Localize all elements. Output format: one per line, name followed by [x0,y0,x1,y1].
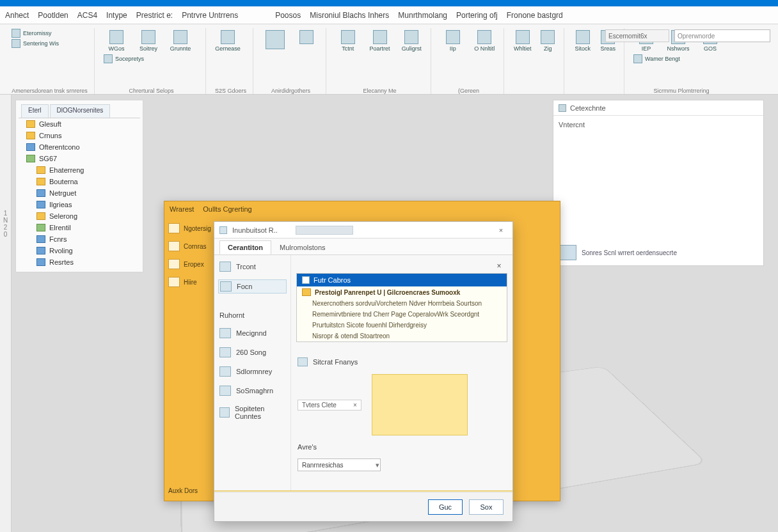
dialog-tab[interactable]: Cerantiton [219,240,271,254]
title-field[interactable] [296,226,353,235]
generic-icon [446,30,460,44]
tree-item[interactable]: Selerong [19,210,140,222]
generic-icon [219,347,231,357]
tree-item[interactable]: Netrguet [19,187,140,199]
ribbon-button[interactable]: Eteromissy [10,28,53,38]
dialog-content: × Futr Cabros Prestoigl Panrenpet U | Gi… [291,255,512,490]
ribbon-button[interactable]: Zig [537,28,559,54]
tree-item[interactable]: Elrentil [19,222,140,233]
tree-tab[interactable]: Eterl [21,104,49,118]
chip[interactable]: Tvters Clete× [298,400,361,411]
building-icon [266,30,285,49]
menu-item[interactable]: Poosos [275,11,301,20]
window-tab[interactable]: Oullts Cgrerting [203,205,251,213]
nav-item[interactable]: 260 Song [218,346,287,359]
tree-item[interactable]: Resrtes [19,256,140,268]
text-input[interactable] [298,458,381,471]
nav-item[interactable]: SoSmaghrn [218,384,287,397]
menu-item[interactable]: ACS4 [77,11,97,20]
nav-item[interactable]: Trcont [218,260,287,273]
ribbon-group-label: Sicrmmu Plomtrrering [627,88,736,94]
sidebar-item[interactable]: Eropex [168,259,216,269]
list-item[interactable]: Nisropr & otendl Stoartreon [297,331,507,341]
tree-item[interactable]: Ilgrieas [19,199,140,210]
sidebar-item[interactable]: Ngotersig [168,223,216,233]
folder-icon [26,132,35,139]
tree-item[interactable]: Glesuft [19,118,140,130]
menu-item[interactable]: Fronone bastgrd [507,11,563,20]
ribbon-group: Gernease S2S Gdoers [209,28,253,94]
menu-item[interactable]: Pntrvre Untrrens [182,11,238,20]
tree-tab[interactable]: DlOGNorsenites [50,104,111,118]
menu-item[interactable]: Munrthmolang [398,11,447,20]
list-header[interactable]: Futr Cabros [297,274,507,286]
nav-item[interactable]: Sopiteten Cunntes [218,403,287,421]
window-tab[interactable]: Wrarest [170,205,194,213]
ribbon-tag[interactable]: Escernomit6x [605,29,669,42]
ribbon-button[interactable]: Sentering Wis [10,38,60,49]
window-titlebar [0,0,778,6]
chip-close-icon[interactable]: × [353,402,357,409]
ribbon-button[interactable]: WGos [102,28,131,54]
nav-item[interactable]: Ruhornt [218,310,287,320]
ribbon-button[interactable]: Socepretys [102,54,145,64]
ok-button[interactable]: Guc [428,499,463,515]
tree-item[interactable]: Fcnrs [19,233,140,245]
nav-item[interactable]: Focn [218,279,287,293]
left-gutter: 1N20 [0,95,12,532]
ribbon-button[interactable]: IIp [439,28,467,54]
ribbon-button[interactable]: Grunnte [166,28,194,54]
sidebar-item[interactable]: Hiire [168,277,216,287]
menu-item[interactable]: Portering ofj [456,11,498,20]
list-item[interactable]: Prurtuitstcn Sicote fouenhl Dirherdgreis… [297,320,507,331]
menu-item[interactable]: Prestrict e: [136,11,173,20]
list-item[interactable]: Nexercnothers sordvuiVorchetern Ndver Ho… [297,298,507,309]
nav-item[interactable]: Mecignnd [218,327,287,340]
tree-item[interactable]: Bouterna [19,176,140,187]
menu-item[interactable]: Intype [106,11,127,20]
ribbon: Eteromissy Sentering Wis Amenersdorean t… [0,24,778,95]
generic-icon [219,386,231,396]
menu-item[interactable]: Misroniul Blachs Inhers [310,11,389,20]
generic-icon [477,30,491,44]
dialog-tab[interactable]: Mulromolstons [271,240,334,254]
generic-icon [104,54,113,63]
close-icon[interactable]: × [493,262,505,270]
tree-item[interactable]: Ofterentcono [19,141,140,153]
close-icon[interactable]: × [495,226,507,234]
ribbon-button[interactable] [261,28,289,51]
tree-item[interactable]: Crnuns [19,130,140,141]
sticky-note[interactable] [372,374,468,435]
dialog-tabs: Cerantiton Mulromolstons [214,239,512,255]
menu-item[interactable]: Pootlden [38,11,68,20]
nav-item[interactable]: Sdlormnrey [218,365,287,378]
generic-icon [341,30,355,44]
ribbon-button[interactable] [293,28,321,51]
ribbon-button[interactable]: Gernease [214,28,242,54]
folder-icon [36,247,45,254]
sidebar-item[interactable]: Cornras [168,241,216,251]
folder-icon [36,224,45,231]
search-input[interactable]: Oprerwnorde [674,29,770,42]
ribbon-button[interactable]: Poartret [366,28,394,54]
ribbon-button[interactable]: Soitrey [134,28,163,54]
list-item[interactable]: Rememirvtbniere tnd Cherr Page Coperalov… [297,309,507,320]
generic-icon [404,30,418,44]
tree-item[interactable]: Ehaterreng [19,164,140,176]
ribbon-button[interactable]: Sitock [572,28,594,54]
ribbon-button[interactable]: Tctnt [334,28,362,54]
tree-item[interactable]: SG67 [19,153,140,164]
generic-icon [219,407,230,418]
sidebar-item[interactable]: Auxk Dors [168,487,216,494]
ribbon-button[interactable]: Whltiet [512,28,534,54]
ribbon-button[interactable]: Wamer Bengt [632,54,681,64]
generic-icon [219,366,231,377]
list-title: Prestoigl Panrenpet U | Gilcroencraes Su… [297,286,507,298]
ribbon-button[interactable]: O Nnltitl [471,28,499,54]
dropdown-icon[interactable]: ▾ [376,461,379,469]
tree-item[interactable]: Rvoling [19,245,140,256]
cancel-button[interactable]: Sox [469,499,504,515]
window-sidebar: Ngotersig Cornras Eropex Hiire Auxk Dors [164,217,219,501]
menu-item[interactable]: Anhect [5,11,29,20]
ribbon-button[interactable]: Guligrst [397,28,425,54]
